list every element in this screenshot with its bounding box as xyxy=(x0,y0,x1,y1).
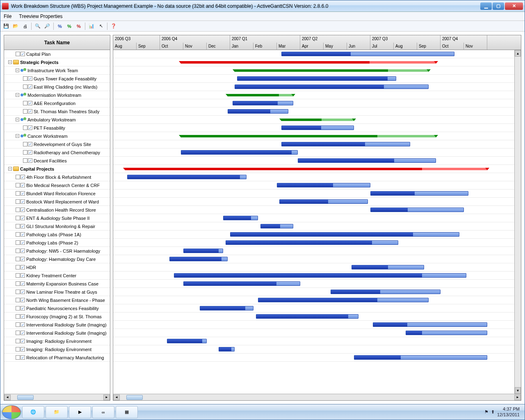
checkbox-icon[interactable] xyxy=(16,232,20,237)
checkbox-icon[interactable] xyxy=(16,347,20,352)
checkbox-icon[interactable] xyxy=(16,355,20,360)
collapse-icon[interactable]: − xyxy=(16,118,19,121)
close-button[interactable]: ✕ xyxy=(505,2,523,10)
tree-row[interactable]: ✓Capital Plan xyxy=(4,50,110,58)
tree-row[interactable]: ✓HDR xyxy=(4,263,110,272)
zoom-out-icon[interactable]: 🔎 xyxy=(43,22,51,30)
task-bar[interactable] xyxy=(281,142,410,146)
checkbox-icon[interactable] xyxy=(16,265,20,269)
tray-shield-icon[interactable]: ⬆ xyxy=(491,409,495,415)
tree-row[interactable]: ✓Redevelopment of Guys Site xyxy=(4,140,110,148)
taskbar-app-icon[interactable]: ▦ xyxy=(116,406,138,418)
checkbox-icon[interactable] xyxy=(16,290,20,294)
zoom-in-icon[interactable]: 🔍 xyxy=(34,22,42,30)
tree-row[interactable]: ✓Decant Facilities xyxy=(4,157,110,165)
tree-row[interactable]: ✓4th Floor Block & Refurbishment xyxy=(4,173,110,181)
checkbox-icon[interactable] xyxy=(16,208,20,212)
checkbox-icon[interactable] xyxy=(16,249,20,253)
tree-row[interactable]: ✓Bostock Ward Replacement of Ward xyxy=(4,198,110,206)
checkbox-icon[interactable] xyxy=(23,150,27,155)
tree-row[interactable]: ✓A&E Reconfiguration xyxy=(4,99,110,107)
tree-row[interactable]: ✓ENT & Audiology Suite Phase II xyxy=(4,214,110,222)
tree-row[interactable]: ✓Kidney Treatment Center xyxy=(4,272,110,280)
tree-row[interactable]: −Modernisation Workstream xyxy=(4,91,110,99)
checkbox-icon[interactable] xyxy=(16,273,20,278)
checkbox-icon[interactable] xyxy=(16,52,20,56)
save-icon[interactable]: 💾 xyxy=(2,22,10,30)
checkbox-icon[interactable] xyxy=(16,183,20,187)
tree-row[interactable]: ✓Centralisation Health Record Store xyxy=(4,206,110,214)
checkbox-icon[interactable] xyxy=(23,84,27,89)
checkbox-icon[interactable] xyxy=(16,306,20,310)
tree-row[interactable]: ✓Radiotherapy and Chemotherapy xyxy=(4,148,110,157)
tree-row[interactable]: ✓Interventional Radiology Suite (Imaging… xyxy=(4,329,110,337)
task-bar[interactable] xyxy=(228,109,288,114)
checkbox-icon[interactable] xyxy=(23,76,27,81)
tree-row[interactable]: ✓PET Feasability xyxy=(4,124,110,132)
tree-row[interactable]: ✓Relocation of Pharmacy Manufacturing xyxy=(4,354,110,362)
collapse-icon[interactable]: − xyxy=(16,68,19,72)
task-bar[interactable] xyxy=(183,281,300,286)
summary-bar[interactable] xyxy=(181,61,436,64)
tree-row[interactable]: ✓Pathology: NW5 - CSR Haematology xyxy=(4,247,110,255)
task-bar[interactable] xyxy=(373,322,487,327)
percent-red-icon[interactable]: % xyxy=(75,22,83,30)
tree-row[interactable]: ✓St. Thomas Main Theatres Study xyxy=(4,107,110,116)
tree-row[interactable]: ✓GLI Structural Monitoring & Repair xyxy=(4,222,110,231)
task-bar[interactable] xyxy=(354,355,487,360)
summary-bar[interactable] xyxy=(281,119,354,121)
task-bar[interactable] xyxy=(230,232,459,237)
task-bar[interactable] xyxy=(233,101,293,105)
tree-row[interactable]: ✓Imaging: Radiology Environment xyxy=(4,337,110,345)
summary-bar[interactable] xyxy=(235,69,429,72)
tree-row[interactable]: ✓Fluroscopy (Imaging 2) at St. Thomas xyxy=(4,313,110,321)
task-bar[interactable] xyxy=(370,191,468,196)
percent-blue-icon[interactable]: % xyxy=(56,22,64,30)
checkbox-icon[interactable] xyxy=(23,126,27,130)
task-bar[interactable] xyxy=(127,175,247,179)
tree-row[interactable]: −Infrastructure Work Team xyxy=(4,66,110,75)
gantt-v-scrollbar[interactable]: ▲▼ xyxy=(514,50,521,394)
checkbox-icon[interactable] xyxy=(16,281,20,286)
tree-row[interactable]: −Cancer Workstream xyxy=(4,132,110,140)
tree-row[interactable]: ✓Blundell Ward Relocation Florence xyxy=(4,189,110,198)
checkbox-icon[interactable] xyxy=(16,298,20,302)
checkbox-icon[interactable] xyxy=(16,175,20,179)
tree-row[interactable]: ✓Pathology Labs (Phase 1A) xyxy=(4,231,110,239)
help-icon[interactable]: ❓ xyxy=(110,22,118,30)
gantt-h-scrollbar[interactable]: ◄► xyxy=(113,394,521,400)
tree-row[interactable]: ✓Guys Tower Façade Feasability xyxy=(4,75,110,83)
tree-row[interactable]: ✓Imaging: Radiology Environment xyxy=(4,345,110,354)
task-bar[interactable] xyxy=(331,290,441,294)
task-bar[interactable] xyxy=(352,265,424,269)
summary-bar[interactable] xyxy=(181,135,436,137)
system-tray[interactable]: ⚑ ⬆ 4:37 PM 12/13/2011 xyxy=(484,406,523,417)
task-bar[interactable] xyxy=(237,76,396,81)
taskbar-media-icon[interactable]: ▶ xyxy=(69,406,91,418)
summary-bar[interactable] xyxy=(228,94,293,96)
tree-row[interactable]: ✓Interventional Radiology Suite (Imaging… xyxy=(4,321,110,329)
task-bar[interactable] xyxy=(256,314,359,319)
checkbox-icon[interactable] xyxy=(23,158,27,163)
maximize-button[interactable]: ▢ xyxy=(493,2,504,10)
tree-row[interactable]: −Ambulatory Workstream xyxy=(4,116,110,124)
task-bar[interactable] xyxy=(219,347,235,352)
collapse-icon[interactable]: − xyxy=(8,167,12,171)
tree-row[interactable]: ✓New Laminar Flow Theatre at Guys xyxy=(4,288,110,296)
print-icon[interactable]: 🖨 xyxy=(21,22,29,30)
checkbox-icon[interactable] xyxy=(16,199,20,204)
checkbox-icon[interactable] xyxy=(16,240,20,245)
tray-flag-icon[interactable]: ⚑ xyxy=(484,409,488,415)
task-bar[interactable] xyxy=(174,273,466,278)
checkbox-icon[interactable] xyxy=(16,216,20,220)
checkbox-icon[interactable] xyxy=(23,101,27,105)
summary-bar[interactable] xyxy=(125,168,488,170)
tree-h-scrollbar[interactable]: ◄► xyxy=(4,394,110,400)
task-bar[interactable] xyxy=(370,208,464,212)
checkbox-icon[interactable] xyxy=(23,142,27,146)
task-bar[interactable] xyxy=(167,339,207,343)
menu-treeview-properties[interactable]: Treeview Properties xyxy=(19,14,62,19)
task-bar[interactable] xyxy=(181,150,298,155)
task-bar[interactable] xyxy=(260,224,293,228)
pointer-icon[interactable]: ↖ xyxy=(97,22,105,30)
